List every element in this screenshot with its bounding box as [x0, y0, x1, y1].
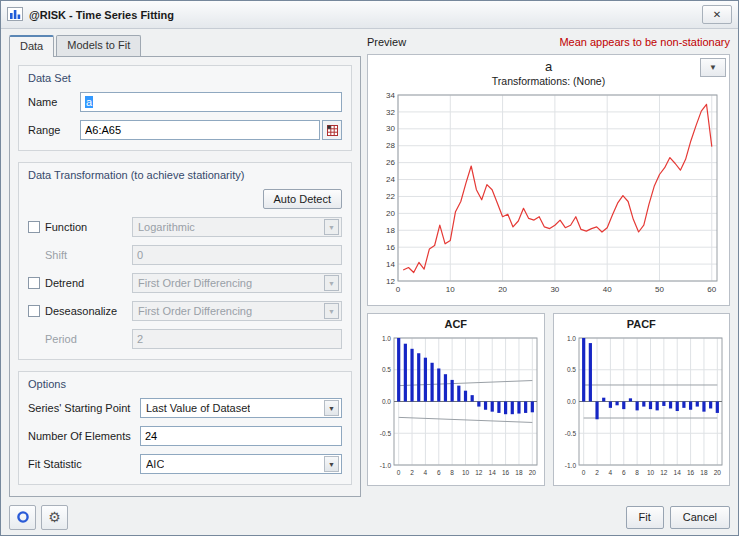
pacf-title: PACF [554, 318, 730, 330]
svg-text:2: 2 [595, 469, 599, 476]
svg-text:20: 20 [498, 285, 507, 294]
cancel-button[interactable]: Cancel [670, 506, 730, 529]
svg-text:2: 2 [410, 469, 414, 476]
svg-text:20: 20 [386, 209, 395, 218]
svg-text:40: 40 [603, 285, 612, 294]
svg-text:0: 0 [397, 469, 401, 476]
data-transformation-group: Data Transformation (to achieve stationa… [18, 162, 352, 360]
application-settings-button[interactable]: ⚙ [41, 505, 68, 530]
auto-detect-button[interactable]: Auto Detect [263, 189, 342, 209]
svg-text:6: 6 [622, 469, 626, 476]
svg-text:16: 16 [687, 469, 695, 476]
svg-text:16: 16 [502, 469, 510, 476]
chevron-down-icon: ▼ [324, 219, 339, 235]
svg-text:12: 12 [475, 469, 483, 476]
acf-title: ACF [368, 318, 544, 330]
shift-label: Shift [45, 249, 132, 261]
svg-text:0.5: 0.5 [382, 366, 391, 373]
svg-text:0.5: 0.5 [567, 366, 576, 373]
svg-text:0: 0 [582, 469, 586, 476]
number-of-elements-label: Number Of Elements [28, 430, 140, 442]
deseasonalize-checkbox[interactable] [28, 305, 40, 317]
svg-text:22: 22 [386, 192, 395, 201]
options-group-title: Options [28, 378, 342, 390]
preview-panel: Preview Mean appears to be non-stationar… [367, 35, 730, 497]
name-input[interactable]: a [80, 92, 342, 112]
svg-text:14: 14 [674, 469, 682, 476]
function-select-value: Logarithmic [138, 221, 195, 233]
time-series-chart-panel: ▼ a Transformations: (None) 121416182022… [367, 54, 730, 306]
chevron-down-icon: ▼ [324, 456, 339, 472]
close-button[interactable]: ✕ [702, 5, 732, 24]
svg-text:30: 30 [386, 124, 395, 133]
circle-icon [16, 510, 30, 524]
svg-text:8: 8 [636, 469, 640, 476]
starting-point-select[interactable]: Last Value of Dataset ▼ [140, 398, 342, 418]
chevron-down-icon: ▼ [324, 275, 339, 291]
data-set-group-title: Data Set [28, 72, 342, 84]
time-series-fitting-dialog: @RISK - Time Series Fitting ✕ Data Model… [0, 0, 739, 536]
svg-text:60: 60 [707, 285, 716, 294]
left-panel: Data Models to Fit Data Set Name a Range [9, 35, 361, 497]
svg-text:30: 30 [550, 285, 559, 294]
starting-point-select-value: Last Value of Dataset [146, 402, 250, 414]
chart-settings-button[interactable] [9, 505, 36, 530]
svg-text:28: 28 [386, 141, 395, 150]
svg-text:12: 12 [660, 469, 668, 476]
svg-text:10: 10 [446, 285, 455, 294]
tab-models-to-fit[interactable]: Models to Fit [56, 35, 141, 56]
svg-text:16: 16 [386, 243, 395, 252]
period-label: Period [45, 333, 132, 345]
tab-strip: Data Models to Fit [9, 35, 361, 56]
detrend-checkbox[interactable] [28, 277, 40, 289]
svg-text:-1.0: -1.0 [380, 462, 392, 469]
svg-text:18: 18 [386, 226, 395, 235]
svg-text:14: 14 [488, 469, 496, 476]
fit-statistic-label: Fit Statistic [28, 458, 140, 470]
chart-subtitle: Transformations: (None) [368, 75, 729, 87]
acf-chart: -1.0-0.50.00.51.002468101214161820 [370, 332, 542, 478]
chevron-down-icon: ▼ [709, 63, 717, 72]
fit-statistic-select[interactable]: AIC ▼ [140, 454, 342, 474]
app-icon [7, 7, 23, 23]
svg-text:10: 10 [647, 469, 655, 476]
title-bar: @RISK - Time Series Fitting ✕ [1, 1, 738, 29]
svg-text:26: 26 [386, 158, 395, 167]
tab-data[interactable]: Data [9, 35, 54, 57]
shift-input: 0 [132, 245, 342, 265]
period-input-value: 2 [137, 333, 143, 345]
svg-text:6: 6 [437, 469, 441, 476]
svg-text:8: 8 [450, 469, 454, 476]
shift-input-value: 0 [137, 249, 143, 261]
svg-text:34: 34 [386, 91, 395, 100]
footer-bar: ⚙ Fit Cancel [1, 499, 738, 535]
function-checkbox[interactable] [28, 221, 40, 233]
pacf-chart: -1.0-0.50.00.51.002468101214161820 [555, 332, 727, 478]
options-group: Options Series' Starting Point Last Valu… [18, 371, 352, 485]
svg-text:4: 4 [609, 469, 613, 476]
svg-text:0.0: 0.0 [382, 398, 391, 405]
svg-text:10: 10 [462, 469, 470, 476]
fit-button[interactable]: Fit [626, 506, 664, 529]
deseasonalize-label: Deseasonalize [45, 305, 117, 317]
number-of-elements-input[interactable] [140, 426, 342, 446]
data-tab-page: Data Set Name a Range Data T [9, 56, 361, 497]
svg-text:4: 4 [423, 469, 427, 476]
starting-point-label: Series' Starting Point [28, 402, 140, 414]
chevron-down-icon: ▼ [324, 400, 339, 416]
dialog-body: Data Models to Fit Data Set Name a Range [1, 29, 738, 499]
range-picker-button[interactable] [322, 120, 342, 140]
svg-text:1.0: 1.0 [382, 335, 391, 342]
preview-series-dropdown[interactable]: ▼ [700, 58, 726, 77]
function-label: Function [45, 221, 87, 233]
nonstationary-warning: Mean appears to be non-stationary [559, 36, 730, 48]
data-transformation-group-title: Data Transformation (to achieve stationa… [28, 169, 342, 181]
range-input[interactable] [80, 120, 320, 140]
svg-text:-1.0: -1.0 [565, 462, 577, 469]
svg-text:14: 14 [386, 260, 395, 269]
gear-icon: ⚙ [48, 510, 61, 524]
preview-label: Preview [367, 36, 406, 48]
pacf-chart-panel: PACF -1.0-0.50.00.51.002468101214161820 [553, 313, 731, 486]
period-input: 2 [132, 329, 342, 349]
svg-text:20: 20 [714, 469, 722, 476]
